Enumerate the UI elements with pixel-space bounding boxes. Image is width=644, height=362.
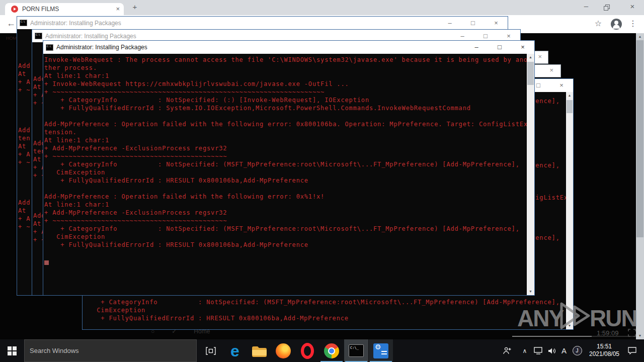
page-scroll-up-icon[interactable]: ▲ <box>636 33 644 40</box>
taskbar-opera-button[interactable] <box>295 339 319 362</box>
gear-icon: ⚙ <box>375 343 381 351</box>
cmd-icon: C:\ <box>46 44 53 51</box>
taskbar-chrome-button[interactable] <box>319 339 344 362</box>
window-titlebar[interactable]: C:\ Administrator: Installing Packages –… <box>43 41 534 54</box>
browser-restore-button[interactable] <box>604 4 610 13</box>
page-scrollbar-thumb[interactable] <box>636 40 643 237</box>
console-scrollbar[interactable]: ▲ ▼ <box>566 92 573 329</box>
chrome-icon <box>324 343 339 358</box>
player-progress-bar[interactable] <box>512 336 592 337</box>
bookmark-star-icon[interactable]: ☆ <box>593 19 604 28</box>
tray-volume-button[interactable] <box>545 339 558 362</box>
page-scrollbar[interactable]: ▲ ▼ <box>636 33 644 339</box>
tray-overflow-button[interactable]: ∧ <box>519 339 530 362</box>
browser-tab-strip: PORN FILMS × + – × <box>0 0 644 15</box>
minimize-button[interactable]: – <box>438 17 461 29</box>
window-title: Administrator: Installing Packages <box>30 20 438 27</box>
tray-input-indicator[interactable]: A <box>558 339 570 362</box>
taskbar-cmd-button[interactable]: C:\_ <box>344 339 368 362</box>
maximize-button[interactable]: □ <box>488 41 511 54</box>
anyrun-logo-icon <box>557 301 593 332</box>
taskbar-edge-button[interactable]: e <box>223 339 247 362</box>
task-view-button[interactable] <box>201 339 221 362</box>
browser-minimize-button[interactable]: – <box>579 2 594 10</box>
tray-people-button[interactable] <box>501 339 514 362</box>
tray-network-button[interactable] <box>532 339 544 362</box>
tab-title: PORN FILMS <box>22 6 59 13</box>
back-icon[interactable]: ← <box>5 18 17 29</box>
browser-tab[interactable]: PORN FILMS × <box>5 3 124 15</box>
windows-logo-icon <box>8 346 17 355</box>
watermark-brand-left: ANY <box>517 305 563 332</box>
anyrun-watermark: ANY RUN 1:59:09 <box>514 301 643 341</box>
cmd-icon: C:\ <box>35 33 42 39</box>
taskbar: Search Windows e <box>0 339 644 362</box>
close-button[interactable]: × <box>538 53 542 60</box>
maximize-button[interactable]: □ <box>461 17 485 29</box>
clock-time: 15:51 <box>585 343 623 350</box>
restore-icon <box>604 5 610 11</box>
minimize-button[interactable]: – <box>465 41 488 54</box>
action-center-button[interactable] <box>624 339 639 362</box>
tray-java-button[interactable]: J <box>571 339 584 362</box>
taskbar-firefox-button[interactable] <box>271 339 295 362</box>
avatar[interactable] <box>611 19 622 30</box>
taskbar-installer-button[interactable]: ⚙ <box>369 339 393 362</box>
taskbar-explorer-button[interactable] <box>247 339 271 362</box>
console-body[interactable]: Invoke-WebRequest : The process cannot a… <box>43 54 527 295</box>
console-cursor <box>44 260 49 265</box>
browser-menu-icon[interactable]: ⋮ <box>629 19 637 28</box>
search-input[interactable]: Search Windows <box>24 339 197 362</box>
chevron-up-icon: ∧ <box>523 347 527 354</box>
task-view-icon <box>206 347 216 355</box>
opera-icon <box>301 343 314 359</box>
scroll-down-icon[interactable]: ▼ <box>527 288 534 295</box>
close-button[interactable]: × <box>511 41 534 54</box>
console-window-main[interactable]: C:\ Administrator: Installing Packages –… <box>43 40 535 296</box>
tab-close-icon[interactable]: × <box>116 5 120 13</box>
input-language-label: A <box>561 346 567 355</box>
people-icon <box>503 347 513 354</box>
browser-close-button[interactable]: × <box>626 2 639 11</box>
action-center-icon <box>628 347 636 354</box>
installer-icon: ⚙ <box>373 343 388 358</box>
tab-favicon-icon <box>11 6 18 13</box>
window-title: Administrator: Installing Packages <box>45 33 451 40</box>
new-tab-button[interactable]: + <box>129 3 141 11</box>
window-titlebar[interactable]: C:\ Administrator: Installing Packages –… <box>17 17 508 29</box>
edge-icon: e <box>230 343 239 358</box>
taskbar-clock[interactable]: 15:51 2021/08/05 <box>585 339 623 362</box>
watermark-brand-right: RUN <box>590 305 637 332</box>
console-output-fragment: Add At + A + ~ Add ten At + A + ~ Add At… <box>18 30 30 231</box>
close-button[interactable]: × <box>485 17 508 29</box>
folder-icon <box>252 345 267 357</box>
cmd-icon: C:\ <box>20 20 27 26</box>
console-scrollbar[interactable]: ▲ ▼ <box>527 54 534 295</box>
start-button[interactable] <box>0 339 24 362</box>
scroll-up-icon[interactable]: ▲ <box>527 54 534 61</box>
speaker-icon <box>548 347 556 354</box>
java-tray-icon: J <box>573 346 582 355</box>
search-placeholder: Search Windows <box>30 347 79 354</box>
firefox-icon <box>276 343 291 358</box>
close-button[interactable]: × <box>549 66 553 74</box>
network-icon <box>534 347 543 354</box>
close-button[interactable]: × <box>550 79 573 92</box>
scrollbar-thumb[interactable] <box>527 62 534 85</box>
cmd-icon: C:\_ <box>349 344 364 357</box>
scroll-up-icon[interactable]: ▲ <box>566 92 573 99</box>
scrollbar-thumb[interactable] <box>567 100 573 113</box>
screen: PORN FILMS × + – × ← ☆ ⋮ HOME ○ ✓ Home ▲… <box>0 0 644 362</box>
console-output: Invoke-WebRequest : The process cannot a… <box>44 56 527 249</box>
window-title: Administrator: Installing Packages <box>56 44 465 51</box>
player-progress-track[interactable] <box>592 336 636 337</box>
clock-date: 2021/08/05 <box>585 350 623 358</box>
